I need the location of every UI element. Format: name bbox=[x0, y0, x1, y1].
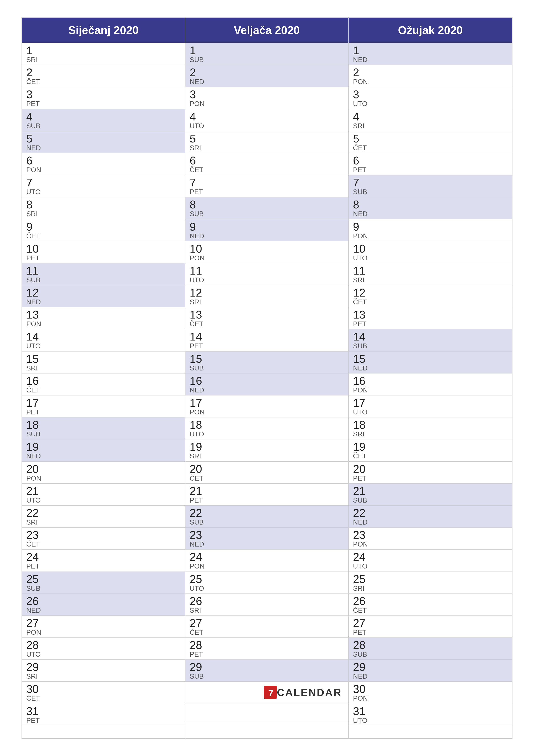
day-number: 26 bbox=[190, 595, 344, 607]
day-row: 13PET bbox=[349, 307, 512, 329]
day-number: 13 bbox=[353, 309, 508, 320]
day-name: SUB bbox=[190, 673, 344, 680]
day-row: 22SUB bbox=[185, 505, 348, 527]
day-row: 18SUB bbox=[22, 418, 185, 440]
day-number: 5 bbox=[26, 133, 181, 144]
day-row: 22NED bbox=[349, 505, 512, 527]
day-name: NED bbox=[26, 298, 181, 306]
day-row: 1SRI bbox=[22, 43, 185, 65]
day-row: 7SUB bbox=[349, 175, 512, 197]
day-number: 9 bbox=[353, 221, 508, 232]
day-name: SUB bbox=[26, 122, 181, 130]
day-name: SRI bbox=[26, 210, 181, 218]
day-name: SRI bbox=[190, 298, 344, 306]
day-row: 9PON bbox=[349, 219, 512, 241]
day-number: 20 bbox=[26, 463, 181, 474]
day-name: UTO bbox=[190, 430, 344, 438]
day-row: 12ČET bbox=[349, 285, 512, 307]
day-name: PET bbox=[26, 408, 181, 416]
day-row: 25SRI bbox=[349, 572, 512, 594]
day-number: 1 bbox=[26, 45, 181, 56]
day-number: 27 bbox=[353, 617, 508, 629]
day-name: SUB bbox=[353, 188, 508, 196]
day-number: 8 bbox=[353, 199, 508, 210]
day-name: ČET bbox=[353, 452, 508, 460]
day-row: 6ČET bbox=[185, 153, 348, 175]
day-row: 31UTO bbox=[349, 704, 512, 726]
day-row: 1SUB bbox=[185, 43, 348, 65]
day-row: 28UTO bbox=[22, 638, 185, 660]
day-number: 24 bbox=[190, 551, 344, 562]
day-number: 4 bbox=[190, 111, 344, 122]
day-name: SUB bbox=[26, 276, 181, 284]
day-row: 23ČET bbox=[22, 527, 185, 550]
day-number: 13 bbox=[26, 309, 181, 320]
day-row: 8SUB bbox=[185, 197, 348, 219]
day-number: 26 bbox=[26, 595, 181, 607]
day-name: ČET bbox=[26, 694, 181, 702]
day-row: 14PET bbox=[185, 329, 348, 351]
day-number: 5 bbox=[353, 133, 508, 144]
day-name: PET bbox=[190, 651, 344, 658]
day-number: 29 bbox=[190, 662, 344, 673]
svg-text:7: 7 bbox=[268, 688, 273, 698]
day-number: 31 bbox=[353, 706, 508, 717]
day-number: 15 bbox=[353, 353, 508, 364]
day-name: PON bbox=[190, 562, 344, 570]
day-name: NED bbox=[353, 210, 508, 218]
day-number: 10 bbox=[353, 243, 508, 254]
day-number: 12 bbox=[26, 287, 181, 298]
day-number: 22 bbox=[353, 507, 508, 519]
day-name: UTO bbox=[26, 342, 181, 350]
day-name: PET bbox=[353, 629, 508, 636]
day-number: 12 bbox=[353, 287, 508, 298]
day-number: 6 bbox=[26, 155, 181, 166]
day-number: 18 bbox=[190, 419, 344, 430]
day-name: UTO bbox=[190, 122, 344, 130]
day-name: PON bbox=[353, 540, 508, 548]
day-number: 8 bbox=[190, 199, 344, 210]
day-name: PET bbox=[26, 254, 181, 262]
day-row: 20PET bbox=[349, 462, 512, 484]
day-row: 23NED bbox=[185, 527, 348, 550]
day-row: 3UTO bbox=[349, 87, 512, 109]
day-row: 26NED bbox=[22, 594, 185, 616]
day-row: 24UTO bbox=[349, 550, 512, 572]
day-row: 27PON bbox=[22, 616, 185, 638]
day-row: 5SRI bbox=[185, 131, 348, 153]
day-name: NED bbox=[190, 387, 344, 394]
day-name: PON bbox=[353, 232, 508, 240]
day-name: NED bbox=[353, 56, 508, 64]
day-name: SRI bbox=[353, 122, 508, 130]
day-name: UTO bbox=[353, 254, 508, 262]
day-row: 29NED bbox=[349, 660, 512, 682]
day-number: 10 bbox=[26, 243, 181, 254]
day-row: 16NED bbox=[185, 373, 348, 395]
day-name: ČET bbox=[353, 298, 508, 306]
day-row: 27ČET bbox=[185, 616, 348, 638]
day-number: 7 bbox=[26, 177, 181, 188]
day-name: PON bbox=[190, 408, 344, 416]
day-number: 29 bbox=[353, 662, 508, 673]
day-row: 19ČET bbox=[349, 440, 512, 461]
day-number: 23 bbox=[190, 529, 344, 540]
day-row: 4UTO bbox=[185, 109, 348, 131]
day-name: ČET bbox=[353, 607, 508, 614]
empty-row bbox=[185, 703, 348, 722]
day-row: 10PET bbox=[22, 241, 185, 263]
day-number: 1 bbox=[190, 45, 344, 56]
day-number: 27 bbox=[26, 617, 181, 629]
day-row: 23PON bbox=[349, 527, 512, 550]
day-name: NED bbox=[26, 452, 181, 460]
day-row: 17UTO bbox=[349, 395, 512, 418]
day-row: 29SUB bbox=[185, 660, 348, 682]
day-row: 14UTO bbox=[22, 329, 185, 351]
day-name: SRI bbox=[26, 56, 181, 64]
day-row: 12SRI bbox=[185, 285, 348, 307]
day-name: UTO bbox=[353, 408, 508, 416]
day-number: 21 bbox=[190, 485, 344, 497]
day-name: PET bbox=[190, 497, 344, 504]
day-number: 10 bbox=[190, 243, 344, 254]
day-number: 6 bbox=[353, 155, 508, 166]
day-number: 23 bbox=[353, 529, 508, 540]
